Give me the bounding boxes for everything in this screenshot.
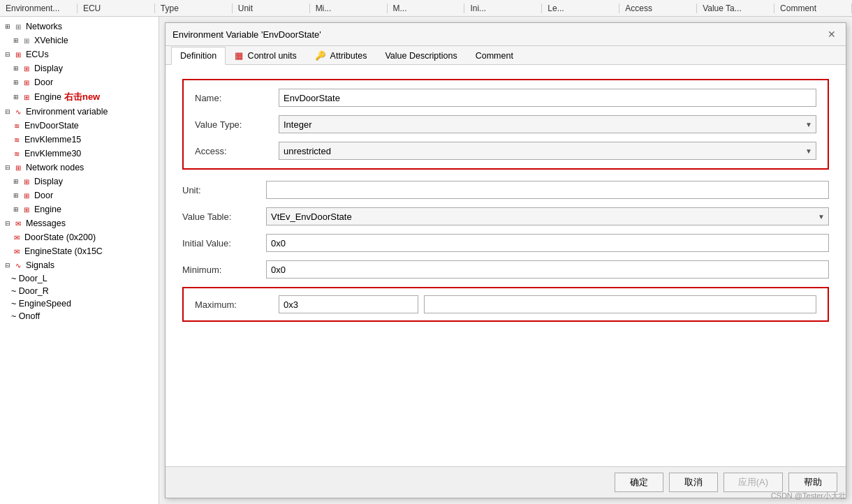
sidebar-item-display-nn[interactable]: ⊞ ⊞ Display bbox=[0, 175, 159, 188]
minimum-input[interactable] bbox=[266, 260, 829, 279]
sidebar-label-envklemme15: EnvKlemme15 bbox=[24, 135, 81, 144]
sidebar-label-network-nodes: Network nodes bbox=[26, 163, 84, 172]
value-type-select[interactable]: Integer Float String Data bbox=[279, 115, 816, 133]
sidebar-item-door-ecu[interactable]: ⊞ ⊞ Door bbox=[0, 75, 159, 89]
dialog-content: Name: Value Type: Integer Float String D… bbox=[166, 65, 846, 466]
annotation-new: 右击new bbox=[64, 91, 100, 103]
sidebar-item-engine-ecu[interactable]: ⊞ ⊞ Engine 右击new bbox=[0, 89, 159, 105]
col-ini: Ini... bbox=[464, 3, 542, 13]
dialog-title: Environment Variable 'EnvDoorState' bbox=[172, 29, 321, 40]
engine-ecu-expand: ⊞ bbox=[11, 92, 21, 102]
sidebar-label-onoff: ~ Onoff bbox=[11, 311, 40, 321]
sidebar-label-display-ecu: Display bbox=[34, 64, 63, 73]
tab-control-units-label: Control units bbox=[248, 51, 297, 61]
sidebar-item-signals[interactable]: ⊟ ∿ Signals bbox=[0, 258, 159, 272]
right-panel: Environment Variable 'EnvDoorState' ✕ De… bbox=[159, 17, 852, 504]
tab-value-descriptions[interactable]: Value Descriptions bbox=[376, 47, 466, 65]
sidebar-label-networks: Networks bbox=[26, 22, 62, 31]
sidebar-tree: ⊞ ⊞ Networks ⊞ ⊞ XVehicle ⊟ ⊞ ECUs ⊞ ⊞ D… bbox=[0, 17, 159, 504]
env-icon: ∿ bbox=[13, 106, 24, 117]
engine-ecu-icon: ⊞ bbox=[21, 91, 32, 103]
confirm-button[interactable]: 确定 bbox=[615, 473, 663, 492]
unit-row: Unit: bbox=[182, 181, 829, 199]
ecus-expand-icon: ⊟ bbox=[3, 50, 13, 59]
initial-value-input[interactable] bbox=[266, 234, 829, 252]
col-comment: Comment bbox=[774, 3, 852, 13]
sidebar-item-envklemme30[interactable]: ≋ EnvKlemme30 bbox=[0, 147, 159, 161]
display-ecu-expand: ⊞ bbox=[11, 64, 21, 73]
display-ecu-icon: ⊞ bbox=[21, 63, 32, 74]
col-environment: Environment... bbox=[0, 3, 78, 13]
sidebar-label-signals: Signals bbox=[26, 260, 54, 270]
column-header-bar: Environment... ECU Type Unit Mi... M... … bbox=[0, 0, 852, 17]
attributes-icon: 🔑 bbox=[315, 51, 326, 61]
sidebar-item-engine-nn[interactable]: ⊞ ⊞ Engine bbox=[0, 202, 159, 216]
name-row: Name: bbox=[195, 89, 816, 107]
tab-control-units[interactable]: ▦ Control units bbox=[226, 46, 306, 65]
cancel-button[interactable]: 取消 bbox=[669, 473, 718, 492]
sidebar-item-envklemme15[interactable]: ≋ EnvKlemme15 bbox=[0, 133, 159, 147]
minimum-row: Minimum: bbox=[182, 260, 829, 279]
sidebar-item-ecus[interactable]: ⊟ ⊞ ECUs bbox=[0, 47, 159, 61]
sidebar-label-envdoorstate: EnvDoorState bbox=[24, 121, 79, 131]
sidebar-label-door-l: ~ Door_L bbox=[11, 274, 47, 283]
envklemme30-icon: ≋ bbox=[11, 148, 22, 159]
col-access: Access bbox=[619, 3, 697, 13]
sidebar-label-door-r: ~ Door_R bbox=[11, 286, 49, 296]
sidebar-item-networks[interactable]: ⊞ ⊞ Networks bbox=[0, 20, 159, 34]
sidebar-item-door-r[interactable]: ~ Door_R bbox=[0, 285, 159, 297]
name-label: Name: bbox=[195, 93, 279, 103]
tab-definition[interactable]: Definition bbox=[171, 47, 226, 65]
engine-nn-icon: ⊞ bbox=[21, 204, 32, 215]
tab-comment[interactable]: Comment bbox=[467, 47, 522, 65]
sidebar-label-enginespeed: ~ EngineSpeed bbox=[11, 299, 71, 309]
display-nn-expand: ⊞ bbox=[11, 177, 21, 186]
sidebar-item-enginestate-msg[interactable]: ✉ EngineState (0x15C bbox=[0, 244, 159, 258]
envdoorstate-icon: ≋ bbox=[11, 120, 22, 131]
access-select-wrapper: unrestricted read write readWrite ▼ bbox=[279, 142, 816, 160]
col-le: Le... bbox=[542, 3, 619, 13]
value-type-label: Value Type: bbox=[195, 119, 279, 130]
sidebar-item-door-nn[interactable]: ⊞ ⊞ Door bbox=[0, 188, 159, 202]
dialog-env-variable: Environment Variable 'EnvDoorState' ✕ De… bbox=[165, 22, 846, 498]
sidebar-item-onoff[interactable]: ~ Onoff bbox=[0, 310, 159, 323]
access-select[interactable]: unrestricted read write readWrite bbox=[279, 142, 816, 160]
sidebar-item-enginespeed[interactable]: ~ EngineSpeed bbox=[0, 297, 159, 310]
col-ecu: ECU bbox=[78, 3, 155, 13]
sig-icon: ∿ bbox=[13, 260, 24, 271]
tab-attributes[interactable]: 🔑 Attributes bbox=[306, 46, 376, 65]
sidebar-item-display-ecu[interactable]: ⊞ ⊞ Display bbox=[0, 61, 159, 75]
col-mi: Mi... bbox=[310, 3, 388, 13]
sidebar-item-env-variable[interactable]: ⊟ ∿ Environment variable bbox=[0, 105, 159, 119]
env-expand: ⊟ bbox=[3, 107, 13, 117]
sidebar-item-xvehicle[interactable]: ⊞ ⊞ XVehicle bbox=[0, 34, 159, 47]
doorstate-msg-icon: ✉ bbox=[11, 232, 22, 243]
sidebar-item-doorstate-msg[interactable]: ✉ DoorState (0x200) bbox=[0, 230, 159, 244]
apply-button[interactable]: 应用(A) bbox=[724, 473, 783, 492]
access-label: Access: bbox=[195, 146, 279, 156]
sidebar-label-enginestate-msg: EngineState (0x15C bbox=[24, 246, 103, 256]
help-button[interactable]: 帮助 bbox=[788, 473, 837, 492]
sidebar-item-network-nodes[interactable]: ⊟ ⊞ Network nodes bbox=[0, 161, 159, 175]
maximum-input[interactable] bbox=[279, 295, 418, 313]
value-table-label: Value Table: bbox=[182, 212, 266, 222]
door-ecu-icon: ⊞ bbox=[21, 77, 32, 88]
name-input[interactable] bbox=[279, 89, 816, 107]
dialog-close-button[interactable]: ✕ bbox=[825, 27, 839, 41]
sidebar-label-envklemme30: EnvKlemme30 bbox=[24, 149, 81, 158]
xvehicle-expand-icon: ⊞ bbox=[11, 36, 21, 45]
sidebar-item-envdoorstate[interactable]: ≋ EnvDoorState bbox=[0, 119, 159, 133]
sidebar-label-xvehicle: XVehicle bbox=[34, 36, 68, 45]
value-table-select-wrapper: VtEv_EnvDoorState None ▼ bbox=[266, 207, 829, 225]
sidebar-label-door-ecu: Door bbox=[34, 77, 53, 87]
ecus-icon: ⊞ bbox=[13, 49, 24, 60]
control-units-icon: ▦ bbox=[235, 51, 243, 61]
value-table-select[interactable]: VtEv_EnvDoorState None bbox=[266, 207, 829, 225]
tab-attributes-label: Attributes bbox=[330, 51, 367, 61]
sidebar-item-door-l[interactable]: ~ Door_L bbox=[0, 272, 159, 285]
sidebar-item-messages[interactable]: ⊟ ✉ Messages bbox=[0, 216, 159, 230]
sidebar-label-engine-ecu: Engine bbox=[34, 92, 61, 102]
unit-input[interactable] bbox=[266, 181, 829, 199]
sidebar-label-door-nn: Door bbox=[34, 191, 53, 200]
main-fields-section: Name: Value Type: Integer Float String D… bbox=[182, 79, 829, 170]
